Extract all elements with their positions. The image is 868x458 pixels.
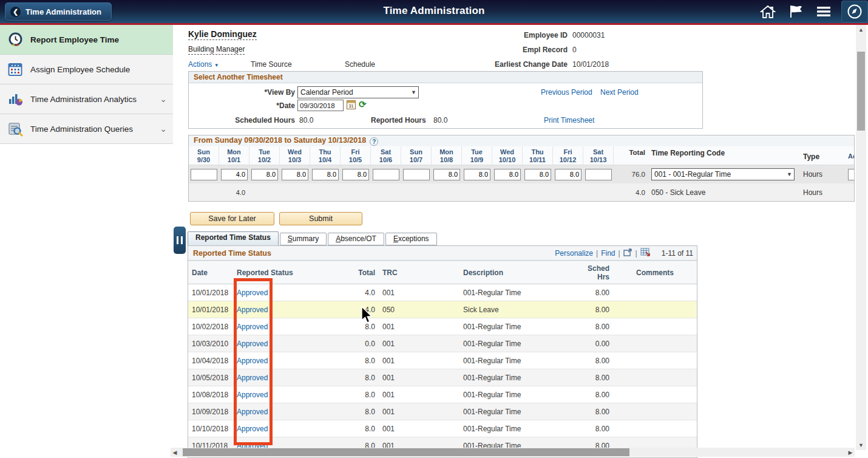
description-cell: 001-Regular Time bbox=[459, 335, 578, 352]
sched-hrs-cell: 8.00 bbox=[578, 369, 613, 386]
download-to-excel-icon[interactable] bbox=[640, 248, 650, 258]
column-header-date: Date bbox=[188, 261, 233, 284]
date-cell: 10/08/2018 bbox=[188, 386, 233, 403]
vertical-scrollbar[interactable]: ▲ ▼ bbox=[856, 25, 866, 450]
approved-status-link[interactable]: Approved bbox=[237, 340, 268, 348]
date-label: *Date bbox=[189, 101, 295, 110]
trc-select[interactable]: 001 - 001-Regular Time▼ bbox=[651, 168, 795, 180]
refresh-icon[interactable]: ⟳ bbox=[359, 99, 367, 110]
sched-hrs-cell: 8.00 bbox=[578, 403, 613, 420]
scroll-down-arrow[interactable]: ▼ bbox=[856, 440, 866, 450]
approved-status-link[interactable]: Approved bbox=[237, 408, 268, 416]
day-column-header: Fri10/12 bbox=[553, 146, 583, 165]
day-column-header: Wed10/10 bbox=[492, 146, 523, 165]
column-header-description: Description bbox=[459, 261, 578, 284]
horizontal-scrollbar[interactable]: ◀ ▶ bbox=[171, 448, 855, 457]
hours-input[interactable] bbox=[373, 169, 399, 180]
date-input[interactable] bbox=[297, 100, 344, 111]
hours-input[interactable] bbox=[191, 169, 217, 180]
tab-reported-time-status[interactable]: Reported Time Status bbox=[188, 231, 279, 245]
hours-input[interactable] bbox=[555, 169, 581, 180]
sidebar-item-time-administration-analytics[interactable]: Time Administration Analytics⌄ bbox=[0, 84, 173, 114]
comments-cell bbox=[613, 318, 697, 335]
reported-status-cell: Approved bbox=[233, 318, 332, 335]
actions-menu[interactable]: Actions ▼ bbox=[188, 60, 219, 69]
tab-absence-ot[interactable]: Absence/OT bbox=[328, 233, 384, 245]
view-all-popup-icon[interactable] bbox=[623, 248, 632, 258]
time-source-label: Time Source bbox=[251, 60, 292, 69]
print-timesheet-link[interactable]: Print Timesheet bbox=[544, 116, 594, 125]
tab-summary[interactable]: Summary bbox=[280, 233, 327, 245]
hours-input[interactable] bbox=[524, 169, 551, 180]
sidebar-item-report-employee-time[interactable]: Report Employee Time bbox=[0, 25, 173, 55]
empl-record-label: Empl Record bbox=[461, 46, 568, 54]
horizontal-scroll-thumb[interactable] bbox=[183, 448, 629, 456]
hours-input[interactable] bbox=[342, 169, 369, 180]
hours-input[interactable] bbox=[312, 169, 339, 180]
hours-input[interactable] bbox=[464, 169, 490, 180]
chevron-down-icon: ▼ bbox=[787, 171, 792, 177]
approved-status-link[interactable]: Approved bbox=[237, 425, 268, 433]
tab-strip: Reported Time StatusSummaryAbsence/OTExc… bbox=[188, 231, 437, 245]
description-cell: 001-Regular Time bbox=[459, 352, 578, 369]
approved-status-link[interactable]: Approved bbox=[237, 323, 268, 331]
day-column-header: Mon10/8 bbox=[432, 146, 462, 165]
flag-icon[interactable] bbox=[785, 1, 806, 22]
hours-input[interactable] bbox=[494, 169, 521, 180]
sidebar-item-time-administration-queries[interactable]: Time Administration Queries⌄ bbox=[0, 114, 173, 144]
hours-input[interactable] bbox=[251, 169, 278, 180]
total-cell: 4.0 bbox=[332, 284, 379, 301]
back-button[interactable]: ❮ Time Administration bbox=[5, 2, 112, 21]
previous-period-link[interactable]: Previous Period bbox=[541, 88, 592, 97]
sidebar-collapse-handle[interactable] bbox=[174, 227, 186, 254]
hours-input[interactable] bbox=[433, 169, 460, 180]
total-cell: 8.0 bbox=[332, 352, 379, 369]
sidebar-item-assign-employee-schedule[interactable]: Assign Employee Schedule bbox=[0, 55, 173, 84]
tab-exceptions[interactable]: Exceptions bbox=[385, 233, 437, 245]
help-icon[interactable]: ? bbox=[370, 137, 378, 146]
calendar-icon bbox=[7, 61, 23, 77]
personalize-link[interactable]: Personalize bbox=[555, 249, 593, 258]
description-cell: 001-Regular Time bbox=[459, 386, 578, 403]
navbar-compass-icon[interactable] bbox=[841, 1, 868, 22]
employee-name-link[interactable]: Kylie Dominguez bbox=[188, 29, 257, 40]
comments-cell bbox=[613, 403, 697, 420]
hours-input[interactable] bbox=[585, 169, 612, 180]
employee-jobtitle-link[interactable]: Building Manager bbox=[188, 45, 245, 55]
chevron-left-icon: ❮ bbox=[10, 7, 21, 17]
sidebar-item-label: Report Employee Time bbox=[30, 35, 119, 44]
home-icon[interactable] bbox=[758, 1, 778, 22]
sidebar-item-label: Time Administration Queries bbox=[30, 125, 133, 134]
add-input[interactable] bbox=[848, 169, 855, 180]
row-total-value: 76.0 bbox=[614, 171, 648, 178]
approved-status-link[interactable]: Approved bbox=[237, 289, 268, 297]
find-link[interactable]: Find bbox=[601, 249, 615, 258]
reported-status-cell: Approved bbox=[233, 420, 332, 437]
table-row: 10/03/2010Approved0.0001001-Regular Time… bbox=[188, 335, 697, 352]
next-period-link[interactable]: Next Period bbox=[600, 88, 639, 97]
reported-status-cell: Approved bbox=[233, 335, 332, 352]
timesheet-grid-row: 76.0001 - 001-Regular Time▼Hours bbox=[189, 165, 854, 183]
save-for-later-button[interactable]: Save for Later bbox=[190, 212, 274, 225]
scroll-right-arrow[interactable]: ▶ bbox=[846, 449, 855, 456]
employee-id-label: Employee ID bbox=[461, 31, 568, 39]
view-by-select[interactable]: Calendar Period▼ bbox=[297, 86, 419, 98]
approved-status-link[interactable]: Approved bbox=[237, 374, 268, 382]
approved-status-link[interactable]: Approved bbox=[237, 306, 268, 314]
approved-status-link[interactable]: Approved bbox=[237, 391, 268, 399]
submit-button[interactable]: Submit bbox=[279, 212, 362, 225]
vertical-scroll-thumb[interactable] bbox=[857, 52, 865, 131]
table-row: 10/04/2018Approved8.0001001-Regular Time… bbox=[188, 352, 697, 369]
hours-input[interactable] bbox=[221, 169, 248, 180]
date-cell: 10/10/2018 bbox=[188, 420, 233, 437]
scroll-up-arrow[interactable]: ▲ bbox=[856, 25, 866, 35]
reported-status-cell: Approved bbox=[233, 386, 332, 403]
hours-input[interactable] bbox=[282, 169, 308, 180]
approved-status-link[interactable]: Approved bbox=[237, 357, 268, 365]
hours-input[interactable] bbox=[403, 169, 430, 180]
reported-status-cell: Approved bbox=[233, 403, 332, 420]
calendar-prompt-icon[interactable]: 31 bbox=[347, 100, 356, 112]
scroll-left-arrow[interactable]: ◀ bbox=[171, 449, 179, 456]
trc-cell: 001 bbox=[379, 386, 459, 403]
menu-icon[interactable] bbox=[813, 1, 834, 22]
